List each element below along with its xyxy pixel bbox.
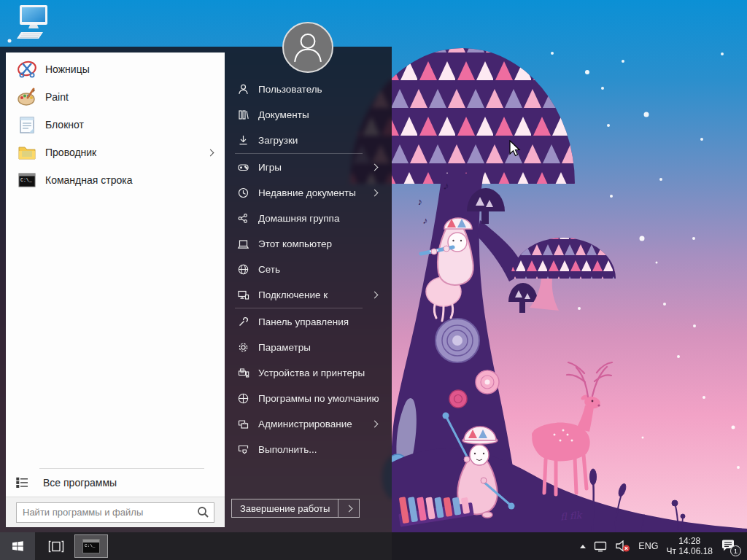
menu-item-default-programs[interactable]: Программы по умолчанию	[225, 386, 392, 411]
menu-item-label: Загрузки	[258, 135, 298, 146]
submenu-arrow-icon	[371, 190, 379, 197]
submenu-arrow-icon	[345, 505, 352, 512]
tray-expand-icon[interactable]	[580, 545, 586, 548]
menu-item-control-panel[interactable]: Панель управления	[225, 309, 392, 335]
menu-item-label: Игры	[258, 162, 282, 173]
menu-item-devices-printers[interactable]: Устройства и принтеры	[225, 360, 392, 386]
submenu-arrow-icon	[371, 421, 379, 428]
submenu-arrow-icon	[371, 164, 379, 171]
clock[interactable]: 14:28 Чт 14.06.18	[666, 536, 713, 556]
this-pc-desktop-icon[interactable]	[13, 1, 54, 42]
start-menu-places-list: Пользователь Документы Загрузки	[225, 77, 392, 462]
snipping-tool-icon	[15, 58, 39, 80]
start-menu-programs-panel: Ножницы Paint	[6, 52, 225, 527]
user-avatar[interactable]	[282, 22, 333, 73]
recent-documents-icon	[236, 187, 250, 200]
this-pc-icon	[236, 238, 250, 251]
search-strip	[6, 497, 225, 527]
menu-item-recent-documents[interactable]: Недавние документы	[225, 180, 392, 206]
menu-item-label: Недавние документы	[258, 187, 356, 198]
artist-signature: fl flk	[560, 510, 584, 523]
menu-item-label: Пользователь	[258, 84, 322, 95]
menu-item-paint[interactable]: Paint	[6, 83, 225, 111]
run-icon	[236, 443, 250, 456]
menu-item-label: Блокнот	[45, 119, 84, 131]
settings-gear-icon	[236, 341, 250, 354]
language-indicator[interactable]: ENG	[638, 541, 658, 551]
menu-item-label: Этот компьютер	[258, 238, 332, 249]
menu-item-label: Paint	[45, 91, 69, 103]
all-programs-label: Все программы	[43, 477, 117, 489]
search-input[interactable]	[16, 502, 214, 523]
action-center-button[interactable]: 1	[721, 538, 738, 554]
menu-item-notepad[interactable]: Блокнот	[6, 111, 225, 139]
menu-item-label: Администрирование	[258, 419, 352, 429]
taskbar-command-prompt-button[interactable]: C:\_	[74, 534, 108, 558]
task-view-button[interactable]	[39, 532, 73, 560]
clock-date: Чт 14.06.18	[666, 546, 713, 556]
shutdown-button[interactable]: Завершение работы	[232, 499, 338, 517]
taskbar: C:\_ ENG 14:28 Чт 14.06.18	[0, 532, 747, 560]
menu-item-label: Ножницы	[45, 63, 90, 75]
menu-item-network[interactable]: Сеть	[225, 257, 392, 282]
notification-badge: 1	[730, 545, 741, 556]
menu-item-administration[interactable]: Администрирование	[225, 411, 392, 437]
task-view-icon	[48, 540, 64, 553]
paint-icon	[15, 86, 39, 108]
menu-item-settings[interactable]: Параметры	[225, 335, 392, 360]
pinned-programs-list: Ножницы Paint	[6, 52, 225, 194]
control-panel-icon	[236, 316, 250, 329]
deer	[532, 362, 612, 494]
menu-item-user[interactable]: Пользователь	[225, 77, 392, 102]
user-silhouette-icon	[284, 22, 332, 73]
menu-item-label: Программы по умолчанию	[258, 393, 379, 404]
cmd-titlebar	[83, 540, 99, 542]
menu-item-label: Выполнить...	[258, 444, 317, 455]
menu-item-label: Параметры	[258, 342, 311, 353]
system-tray: ENG 14:28 Чт 14.06.18 1	[580, 536, 747, 556]
windows-logo-icon	[11, 540, 24, 553]
menu-item-run[interactable]: Выполнить...	[225, 437, 392, 462]
volume-muted-icon[interactable]	[615, 540, 630, 552]
search-icon[interactable]	[197, 506, 209, 521]
menu-item-label: Проводник	[45, 147, 96, 158]
menu-item-documents[interactable]: Документы	[225, 102, 392, 128]
downloads-icon	[236, 134, 250, 147]
notepad-icon	[15, 114, 39, 136]
submenu-arrow-icon	[207, 149, 214, 156]
menu-spacer	[6, 194, 225, 468]
connect-to-icon	[236, 289, 250, 302]
menu-item-snipping-tool[interactable]: Ножницы	[6, 55, 225, 83]
menu-item-games[interactable]: Игры	[225, 155, 392, 180]
menu-item-label: Домашняя группа	[258, 213, 339, 224]
command-prompt-icon: C:\_	[15, 169, 39, 191]
svg-text:♪: ♪	[422, 215, 429, 227]
submenu-arrow-icon	[371, 292, 379, 299]
games-icon	[236, 161, 250, 174]
computer-icon	[13, 1, 54, 42]
devices-printers-icon	[236, 367, 250, 380]
menu-item-this-pc[interactable]: Этот компьютер	[225, 231, 392, 257]
clock-time: 14:28	[666, 536, 713, 546]
administration-icon	[236, 418, 250, 431]
menu-item-command-prompt[interactable]: C:\_ Командная строка	[6, 166, 225, 194]
menu-item-label: Подключение к	[258, 289, 328, 300]
svg-text:C:\_: C:\_	[20, 178, 32, 183]
menu-item-label: Сеть	[258, 264, 280, 275]
menu-item-downloads[interactable]: Загрузки	[225, 128, 392, 153]
menu-item-homegroup[interactable]: Домашняя группа	[225, 206, 392, 231]
all-programs-icon	[16, 477, 28, 489]
shutdown-options-button[interactable]	[338, 499, 359, 517]
search-box	[16, 502, 214, 523]
homegroup-icon	[236, 212, 250, 225]
svg-text:♪: ♪	[417, 196, 423, 208]
network-status-icon[interactable]	[594, 541, 607, 552]
menu-item-connect-to[interactable]: Подключение к	[225, 282, 392, 308]
start-button[interactable]	[0, 532, 35, 560]
all-programs-button[interactable]: Все программы	[6, 469, 225, 497]
menu-item-explorer[interactable]: Проводник	[6, 139, 225, 166]
user-icon	[236, 83, 250, 96]
menu-item-label: Панель управления	[258, 316, 349, 327]
documents-icon	[236, 109, 250, 122]
menu-item-label: Командная строка	[45, 174, 132, 186]
